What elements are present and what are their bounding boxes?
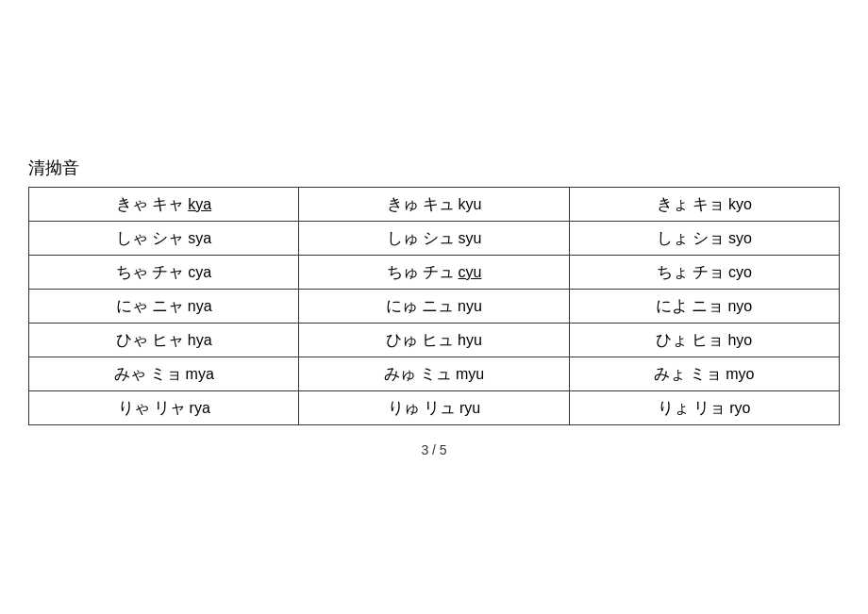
romaji: cya	[188, 264, 211, 281]
katakana: ニュ	[422, 295, 454, 317]
page-number: 3 / 5	[28, 442, 840, 457]
hiragana: にゃ	[116, 295, 148, 317]
hiragana: きゅ	[387, 193, 419, 215]
cell-content: りょ リョ ryo	[579, 397, 829, 419]
cell-content: ちゅ チュ cyu	[309, 261, 559, 283]
hiragana: ひょ	[656, 329, 688, 351]
romaji: hya	[188, 332, 212, 349]
table-row: きゃ キャ kya きゅ キュ kyu きょ キョ kyo	[29, 188, 840, 222]
cell-content: しゃ シャ sya	[39, 227, 289, 249]
kana-table: きゃ キャ kya きゅ キュ kyu きょ キョ kyo	[28, 187, 840, 425]
table-cell: にゃ ニャ nya	[29, 290, 299, 324]
hiragana: しょ	[657, 227, 689, 249]
cell-content: みゅ ミュ myu	[309, 363, 559, 385]
cell-content: しょ ショ syo	[579, 227, 829, 249]
hiragana: ひゃ	[116, 329, 148, 351]
hiragana: によ	[656, 295, 688, 317]
table-cell: ひゃ ヒャ hya	[29, 324, 299, 357]
table-cell: みゃ ミョ mya	[29, 357, 299, 391]
table-cell: りょ リョ ryo	[569, 391, 839, 425]
table-cell: きょ キョ kyo	[569, 188, 839, 222]
hiragana: みゅ	[384, 363, 416, 385]
romaji: kya	[188, 196, 211, 213]
romaji: cyu	[459, 264, 482, 281]
hiragana: みゃ	[114, 363, 146, 385]
page-container: 清拗音 きゃ キャ kya きゅ キュ kyu きょ	[28, 157, 840, 457]
hiragana: ひゅ	[386, 329, 418, 351]
katakana: リャ	[154, 397, 186, 419]
cell-content: きゃ キャ kya	[39, 193, 289, 215]
romaji: kyo	[728, 196, 752, 213]
cell-content: にゃ ニャ nya	[39, 295, 289, 317]
hiragana: しゅ	[387, 227, 419, 249]
cell-content: にゅ ニュ nyu	[309, 295, 559, 317]
table-row: ひゃ ヒャ hya ひゅ ヒュ hyu ひょ ヒョ hyo	[29, 324, 840, 357]
katakana: キュ	[423, 193, 455, 215]
katakana: ニョ	[692, 295, 724, 317]
table-row: りゃ リャ rya りゅ リュ ryu りょ リョ ryo	[29, 391, 840, 425]
romaji: ryo	[729, 400, 750, 417]
romaji: hyu	[458, 332, 482, 349]
romaji: cyo	[728, 264, 752, 281]
hiragana: りゃ	[118, 397, 150, 419]
hiragana: みょ	[654, 363, 686, 385]
katakana: ショ	[693, 227, 725, 249]
romaji: myo	[726, 366, 754, 383]
hiragana: にゅ	[386, 295, 418, 317]
cell-content: ちゃ チャ cya	[39, 261, 289, 283]
table-cell: ちょ チョ cyo	[569, 256, 839, 290]
table-row: にゃ ニャ nya にゅ ニュ nyu によ ニョ nyo	[29, 290, 840, 324]
katakana: リョ	[693, 397, 726, 419]
hiragana: きょ	[657, 193, 689, 215]
romaji: myu	[456, 366, 484, 383]
table-cell: ひゅ ヒュ hyu	[299, 324, 569, 357]
table-row: みゃ ミョ mya みゅ ミュ myu みょ ミョ myo	[29, 357, 840, 391]
romaji: nyu	[458, 298, 482, 315]
hiragana: りゅ	[388, 397, 420, 419]
cell-content: りゅ リュ ryu	[309, 397, 559, 419]
table-cell: きゅ キュ kyu	[299, 188, 569, 222]
table-cell: しょ ショ syo	[569, 222, 839, 256]
table-cell: しゃ シャ sya	[29, 222, 299, 256]
katakana: シャ	[152, 227, 184, 249]
katakana: リュ	[424, 397, 456, 419]
romaji: syu	[459, 230, 482, 247]
katakana: チョ	[693, 261, 725, 283]
cell-content: みゃ ミョ mya	[39, 363, 289, 385]
table-cell: みゅ ミュ myu	[299, 357, 569, 391]
table-cell: ひょ ヒョ hyo	[569, 324, 839, 357]
katakana: キョ	[693, 193, 725, 215]
romaji: ryu	[459, 400, 480, 417]
cell-content: しゅ シュ syu	[309, 227, 559, 249]
table-cell: ちゃ チャ cya	[29, 256, 299, 290]
hiragana: ちゅ	[387, 261, 419, 283]
table-row: しゃ シャ sya しゅ シュ syu しょ ショ syo	[29, 222, 840, 256]
katakana: キャ	[152, 193, 184, 215]
hiragana: ちょ	[657, 261, 689, 283]
table-cell: きゃ キャ kya	[29, 188, 299, 222]
table-cell: にゅ ニュ nyu	[299, 290, 569, 324]
romaji: sya	[188, 230, 211, 247]
katakana: ミュ	[420, 363, 452, 385]
romaji: hyo	[727, 332, 752, 349]
romaji: mya	[186, 366, 214, 383]
katakana: ヒョ	[692, 329, 724, 351]
katakana: ヒュ	[422, 329, 454, 351]
cell-content: りゃ リャ rya	[39, 397, 289, 419]
table-cell: りゃ リャ rya	[29, 391, 299, 425]
romaji: nya	[188, 298, 212, 315]
table-cell: りゅ リュ ryu	[299, 391, 569, 425]
katakana: ミョ	[150, 363, 182, 385]
table-cell: ちゅ チュ cyu	[299, 256, 569, 290]
cell-content: ひゃ ヒャ hya	[39, 329, 289, 351]
romaji: syo	[728, 230, 752, 247]
cell-content: ひゅ ヒュ hyu	[309, 329, 559, 351]
katakana: ヒャ	[152, 329, 184, 351]
romaji: kyu	[459, 196, 482, 213]
katakana: ミョ	[690, 363, 722, 385]
katakana: シュ	[423, 227, 455, 249]
romaji: rya	[190, 400, 210, 417]
cell-content: みょ ミョ myo	[579, 363, 829, 385]
romaji: nyo	[727, 298, 752, 315]
cell-content: ちょ チョ cyo	[579, 261, 829, 283]
